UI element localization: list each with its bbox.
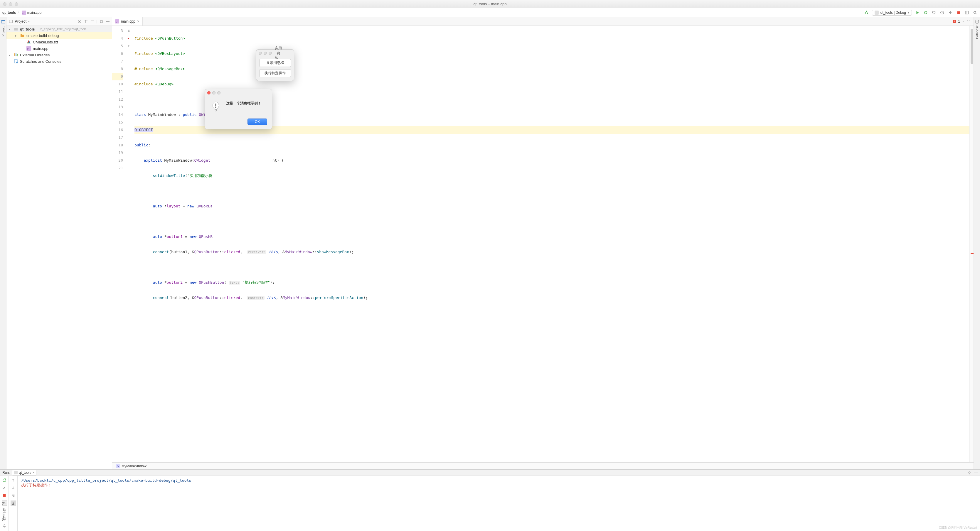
stop-icon[interactable] [956,10,961,15]
svg-rect-28 [3,495,6,497]
run-console[interactable]: /Users/backli/c_cpp/cpp_little_project/q… [18,476,980,531]
breadcrumb-project[interactable]: qt_tools [2,11,16,15]
chevron-right-icon: ▸ [15,34,18,37]
project-view-icon [9,19,13,24]
tree-item-main-cpp[interactable]: c++ main.cpp [6,45,112,52]
cpp-file-icon: c++ [115,19,119,24]
traffic-light-close[interactable] [3,2,6,6]
svg-text:c++: c++ [22,12,26,14]
qt-app-titlebar[interactable]: 实用功能… [256,49,294,57]
qt-max-icon[interactable] [217,91,221,95]
database-tool-button[interactable]: Database [975,24,979,40]
chevron-down-icon: ▾ [9,28,12,31]
mac-titlebar: qt_tools – main.cpp [0,0,980,8]
traffic-light-min[interactable] [9,2,12,6]
qt-msg-titlebar[interactable] [205,89,272,96]
database-tool-icon[interactable] [975,19,979,24]
svg-point-21 [16,62,18,63]
project-tool-icon[interactable] [1,19,6,24]
collapse-all-icon[interactable] [90,19,95,24]
project-tool-button[interactable]: Project [2,25,5,38]
tree-item-cmakelists[interactable]: CMakeLists.txt [6,39,112,45]
coverage-icon[interactable] [931,10,937,15]
qt-close-icon[interactable] [207,91,210,95]
editor-tab-main[interactable]: c++ main.cpp × [112,17,143,25]
qt-message-box[interactable]: ! 这是一个消息框示例！ OK [205,89,272,129]
editor-scrollbar[interactable] [969,26,974,462]
structure-breadcrumb: S MyMainWindow [112,462,974,469]
qt-min-icon[interactable] [212,91,215,95]
search-icon[interactable] [972,10,978,15]
tree-scratches[interactable]: Scratches and Consoles [6,58,112,65]
up-icon[interactable] [11,478,16,483]
svg-rect-35 [2,504,3,505]
close-tab-icon[interactable]: × [137,19,140,24]
svg-rect-33 [2,502,3,503]
tree-item-label: CMakeLists.txt [33,40,58,44]
tree-root-path: ~/c_cpp/cpp_little_project/qt_tools [38,27,87,31]
wrench-icon[interactable] [2,485,7,490]
svg-point-14 [101,21,102,22]
qt-app-window[interactable]: 实用功能… 显示消息框 执行特定操作 [256,49,294,81]
svg-point-25 [975,20,978,21]
editor-body[interactable]: 345678 9 101112131415 161718192021 ⊟ ●↑ … [112,26,974,462]
run-icon[interactable] [915,10,920,15]
console-output: 执行了特定操作！ [21,483,977,488]
project-panel-header: Project ▾ | — [6,17,112,26]
gear-icon[interactable] [99,19,104,24]
tree-external-libraries[interactable]: ▸ External Libraries [6,52,112,58]
attach-icon[interactable] [948,10,953,15]
tree-item-build-folder[interactable]: ▸ cmake-build-debug [6,32,112,39]
structure-tool-button[interactable]: Structure [2,507,5,522]
pin-icon[interactable] [2,523,7,529]
tree-item-label: External Libraries [20,53,49,57]
soft-wrap-icon[interactable] [11,493,16,498]
qt-close-icon[interactable] [259,52,262,55]
chevron-down-icon[interactable]: ▾ [28,20,30,23]
locate-icon[interactable] [77,19,82,24]
breadcrumb: qt_tools 〉 c++ main.cpp [2,10,41,15]
inspection-indicator[interactable]: ! 1 ︿ ﹀ [950,19,974,24]
svg-rect-19 [16,54,18,56]
hide-panel-icon[interactable]: — [974,471,978,475]
debug-icon[interactable] [923,10,928,15]
show-message-button[interactable]: 显示消息框 [259,59,291,67]
qt-min-icon[interactable] [264,52,267,55]
project-panel-title[interactable]: Project [15,19,26,24]
next-error-icon[interactable]: ﹀ [967,19,970,24]
breadcrumb-file[interactable]: main.cpp [27,11,42,15]
tree-item-label: cmake-build-debug [26,33,59,38]
down-icon[interactable] [11,485,16,490]
perform-action-button[interactable]: 执行特定操作 [259,69,291,77]
hide-panel-icon[interactable]: — [106,19,110,24]
ok-button[interactable]: OK [248,119,267,125]
error-marker[interactable] [970,253,974,254]
run-tab[interactable]: qt_tools × [12,470,37,476]
build-icon[interactable] [864,10,869,15]
scroll-to-end-icon[interactable] [11,501,16,506]
expand-all-icon[interactable] [84,19,88,24]
tree-root-name: qt_tools [20,27,35,32]
struct-name[interactable]: MyMainWindow [121,464,146,468]
right-tool-rail: Database [974,17,980,469]
prev-error-icon[interactable]: ︿ [962,19,965,24]
svg-point-27 [969,472,970,474]
qt-app-title: 实用功能… [274,46,283,61]
struct-icon: S [116,464,120,468]
scrollbar-thumb[interactable] [970,29,973,64]
layout-icon[interactable] [964,10,969,15]
run-configuration-selector[interactable]: qt_tools | Debug ▾ [872,10,912,16]
library-icon [13,52,18,57]
stop-icon[interactable] [2,493,7,498]
folder-icon [20,33,25,38]
gear-icon[interactable] [967,470,972,475]
profile-icon[interactable] [940,10,945,15]
close-tab-icon[interactable]: × [32,471,34,475]
qt-max-icon[interactable] [269,52,272,55]
tree-root[interactable]: ▾ qt_tools ~/c_cpp/cpp_little_project/qt… [6,26,112,32]
traffic-light-max[interactable] [15,2,18,6]
rerun-icon[interactable] [2,478,7,483]
breadcrumb-sep: 〉 [18,10,21,15]
window-title: qt_tools – main.cpp [0,2,980,6]
structure-tool-icon[interactable] [1,501,5,506]
